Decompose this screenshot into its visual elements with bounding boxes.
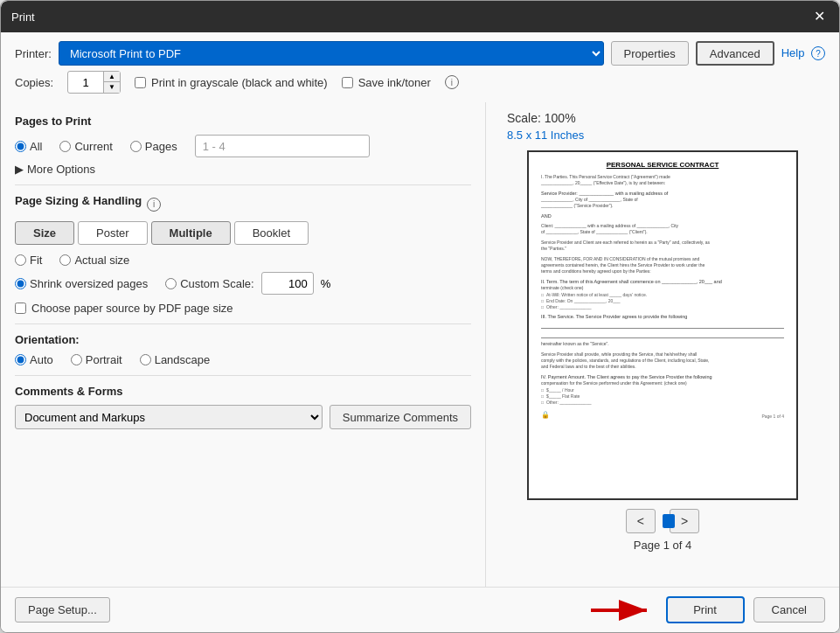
copies-input[interactable] <box>68 74 103 91</box>
page-setup-button[interactable]: Page Setup... <box>15 597 110 623</box>
tab-poster[interactable]: Poster <box>78 221 148 245</box>
shrink-radio-label[interactable]: Shrink oversized pages <box>15 277 148 290</box>
bottom-bar: Page Setup... Print Cancel <box>1 587 839 632</box>
dialog-body: Pages to Print All Current Pages <box>1 102 839 587</box>
auto-orientation-radio[interactable] <box>15 354 26 365</box>
check-icon-4: □ <box>541 387 544 393</box>
sizing-info-icon[interactable]: i <box>147 198 161 212</box>
sizing-tabs: Size Poster Multiple Booklet <box>15 221 471 245</box>
cancel-button[interactable]: Cancel <box>753 597 825 623</box>
more-options-row[interactable]: ▶ More Options <box>15 163 471 176</box>
preview-section-comply: Service Provider shall provide, while pr… <box>541 351 784 370</box>
preview-doc-title: PERSONAL SERVICE CONTRACT <box>541 161 784 169</box>
preview-section-now: NOW, THEREFORE, FOR AND IN CONSIDERATION… <box>541 256 784 275</box>
custom-scale-radio-label[interactable]: Custom Scale: <box>165 277 254 290</box>
check-icon-5: □ <box>541 393 544 399</box>
printer-row: Printer: Microsoft Print to PDF Properti… <box>1 32 839 71</box>
auto-orientation-label[interactable]: Auto <box>15 353 53 366</box>
comments-select[interactable]: Document and Markups Document Form Field… <box>15 405 323 429</box>
page-sizing-header: Page Sizing & Handling i <box>15 194 471 214</box>
all-radio[interactable] <box>15 141 26 152</box>
printer-select[interactable]: Microsoft Print to PDF <box>59 41 604 66</box>
scale-input[interactable] <box>261 272 314 295</box>
page-slider-thumb[interactable] <box>663 514 675 528</box>
sizing-options: Fit Actual size Shrink oversized pages <box>15 254 471 295</box>
tab-booklet[interactable]: Booklet <box>234 221 309 245</box>
tab-size[interactable]: Size <box>15 221 74 245</box>
print-button[interactable]: Print <box>666 596 745 623</box>
grayscale-checkbox[interactable] <box>135 77 146 88</box>
paper-info: 8.5 x 11 Inches <box>507 129 584 142</box>
tab-multiple[interactable]: Multiple <box>151 221 231 245</box>
left-panel: Pages to Print All Current Pages <box>1 102 486 587</box>
check-icon-2: □ <box>541 298 544 303</box>
preview-section-service: III. The Service. The Service Provider a… <box>541 314 784 347</box>
check-icon-1: □ <box>541 292 544 297</box>
paper-source-row: Choose paper source by PDF page size <box>15 302 471 315</box>
ink-info-icon[interactable]: i <box>445 75 459 89</box>
scale-info: Scale: 100% <box>507 111 576 125</box>
pages-to-print-section: Pages to Print All Current Pages <box>15 115 471 176</box>
preview-section-1: Service Provider: _____________ with a m… <box>541 191 784 209</box>
portrait-orientation-radio[interactable] <box>71 354 82 365</box>
copies-down-button[interactable]: ▼ <box>104 82 120 93</box>
landscape-orientation-radio[interactable] <box>140 354 151 365</box>
custom-scale-row: Custom Scale: % <box>165 272 330 295</box>
arrow-indicator <box>587 597 657 623</box>
current-radio[interactable] <box>59 141 71 152</box>
preview-section-term: II. Term. The term of this Agreement sha… <box>541 279 784 310</box>
pages-radio-label[interactable]: Pages <box>130 140 177 153</box>
right-panel: Scale: 100% 8.5 x 11 Inches PERSONAL SER… <box>486 102 839 587</box>
pages-range-input[interactable] <box>195 135 370 157</box>
check-icon-6: □ <box>541 400 544 405</box>
percent-label: % <box>321 277 331 290</box>
preview-text-1: I. The Parties. This Personal Service Co… <box>541 174 784 186</box>
portrait-orientation-label[interactable]: Portrait <box>71 353 122 366</box>
properties-button[interactable]: Properties <box>611 41 689 66</box>
paper-source-checkbox-label[interactable]: Choose paper source by PDF page size <box>15 302 471 315</box>
advanced-button[interactable]: Advanced <box>696 41 774 66</box>
copies-up-button[interactable]: ▲ <box>104 72 120 82</box>
title-bar: Print ✕ <box>1 1 839 32</box>
help-circle-icon: ? <box>811 46 825 60</box>
preview-footer: 🔒 Page 1 of 4 <box>541 410 784 419</box>
save-ink-checkbox-label[interactable]: Save ink/toner <box>342 76 431 89</box>
print-dialog: Print ✕ Printer: Microsoft Print to PDF … <box>0 0 840 633</box>
preview-section-service-provider: Service Provider and Client are each ref… <box>541 240 784 252</box>
check-icon-3: □ <box>541 304 544 310</box>
copies-grayscale-row: Copies: ▲ ▼ Print in grayscale (black an… <box>1 71 839 102</box>
preview-section-and: AND <box>541 213 784 219</box>
pages-section-title: Pages to Print <box>15 115 471 128</box>
grayscale-checkbox-label[interactable]: Print in grayscale (black and white) <box>135 76 328 89</box>
comments-forms-section: Comments & Forms Document and Markups Do… <box>15 385 471 429</box>
shrink-radio[interactable] <box>15 278 26 289</box>
comments-row: Document and Markups Document Form Field… <box>15 405 471 429</box>
save-ink-checkbox[interactable] <box>342 77 353 88</box>
fit-radio-label[interactable]: Fit <box>15 254 42 267</box>
red-arrow-icon <box>587 597 657 623</box>
landscape-orientation-label[interactable]: Landscape <box>140 353 211 366</box>
printer-label: Printer: <box>15 47 52 60</box>
pages-radio-row: All Current Pages <box>15 135 471 157</box>
copies-control: ▲ ▼ <box>67 71 121 94</box>
actual-size-radio[interactable] <box>59 254 71 266</box>
actual-size-radio-label[interactable]: Actual size <box>59 254 129 267</box>
close-button[interactable]: ✕ <box>810 8 829 25</box>
prev-page-button[interactable]: < <box>626 509 656 533</box>
preview-section-payment: IV. Payment Amount. The Client agrees to… <box>541 374 784 405</box>
orientation-radio-row: Auto Portrait Landscape <box>15 353 471 366</box>
page-sizing-section: Page Sizing & Handling i Size Poster Mul… <box>15 194 471 315</box>
preview-nav-row: < > <box>626 509 699 533</box>
chevron-right-icon: ▶ <box>15 163 24 176</box>
current-radio-label[interactable]: Current <box>59 140 112 153</box>
custom-scale-radio[interactable] <box>165 278 177 289</box>
paper-source-checkbox[interactable] <box>15 303 26 314</box>
page-sizing-title: Page Sizing & Handling <box>15 194 142 207</box>
fit-actual-row: Fit Actual size <box>15 254 471 267</box>
all-radio-label[interactable]: All <box>15 140 42 153</box>
fit-radio[interactable] <box>15 254 26 266</box>
summarize-button[interactable]: Summarize Comments <box>330 405 471 429</box>
help-link[interactable]: Help ? <box>781 46 825 61</box>
copies-label: Copies: <box>15 76 53 89</box>
pages-radio[interactable] <box>130 141 142 152</box>
